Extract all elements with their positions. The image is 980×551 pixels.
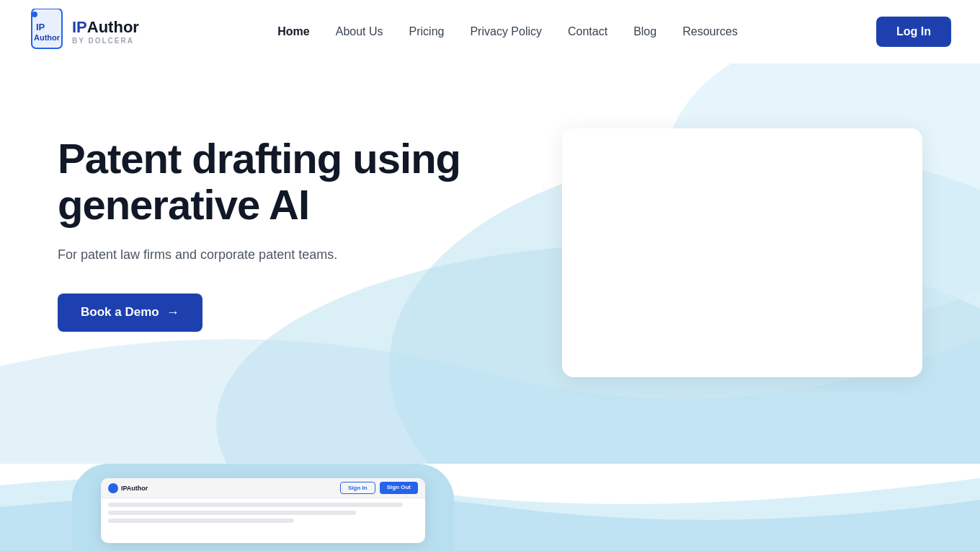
svg-text:Author: Author	[34, 33, 61, 42]
hero-title-line1: Patent drafting using	[58, 135, 460, 182]
mockup-line-1	[108, 503, 403, 507]
nav-blog[interactable]: Blog	[633, 25, 656, 38]
hero-title-line2: generative AI	[58, 181, 309, 228]
book-demo-button[interactable]: Book a Demo →	[58, 294, 202, 332]
mockup-logo-dot	[108, 483, 118, 493]
mockup-buttons: Sign In Sign Out	[340, 482, 418, 494]
svg-text:IP: IP	[36, 22, 45, 32]
logo-author: Author	[87, 19, 139, 36]
nav-contact[interactable]: Contact	[568, 25, 607, 38]
nav-links: Home About Us Pricing Privacy Policy Con…	[277, 25, 737, 38]
bottom-section: IPAuthor Sign In Sign Out	[0, 464, 980, 551]
book-demo-label: Book a Demo	[81, 305, 159, 319]
brand-logo[interactable]: IP Author IP Author BY DOLCERA	[29, 9, 139, 56]
mockup-window: IPAuthor Sign In Sign Out	[101, 478, 425, 543]
mockup-line-3	[108, 519, 294, 523]
logo-ip: IP	[72, 19, 87, 36]
login-button[interactable]: Log In	[876, 17, 951, 47]
hero-content: Patent drafting using generative AI For …	[0, 63, 980, 464]
nav-privacy[interactable]: Privacy Policy	[470, 25, 542, 38]
arrow-right-icon: →	[166, 305, 179, 320]
hero-subtitle: For patent law firms and corporate paten…	[58, 245, 460, 265]
hero-title: Patent drafting using generative AI	[58, 136, 460, 228]
navbar: IP Author IP Author BY DOLCERA Home Abou…	[0, 0, 980, 63]
mockup-content-area	[101, 498, 425, 543]
mockup-line-2	[108, 511, 356, 515]
nav-about[interactable]: About Us	[336, 25, 383, 38]
logo-tagline: BY DOLCERA	[72, 37, 139, 45]
nav-home[interactable]: Home	[277, 25, 309, 38]
hero-preview-card	[562, 128, 922, 377]
logo-text: IP Author BY DOLCERA	[72, 19, 139, 44]
logo-icon: IP Author	[29, 9, 65, 56]
hero-section: Patent drafting using generative AI For …	[0, 63, 980, 464]
mockup-logo-label: IPAuthor	[121, 485, 148, 492]
mockup-signout-btn: Sign Out	[380, 482, 418, 494]
hero-left-panel: Patent drafting using generative AI For …	[58, 107, 460, 332]
mockup-bg: IPAuthor Sign In Sign Out	[72, 464, 454, 551]
nav-pricing[interactable]: Pricing	[409, 25, 445, 38]
svg-point-4	[32, 12, 37, 17]
mockup-signin-btn: Sign In	[340, 482, 375, 494]
nav-resources[interactable]: Resources	[682, 25, 737, 38]
mockup-titlebar: IPAuthor Sign In Sign Out	[101, 478, 425, 498]
mockup-container: IPAuthor Sign In Sign Out	[72, 464, 461, 551]
mockup-logo: IPAuthor	[108, 483, 148, 493]
